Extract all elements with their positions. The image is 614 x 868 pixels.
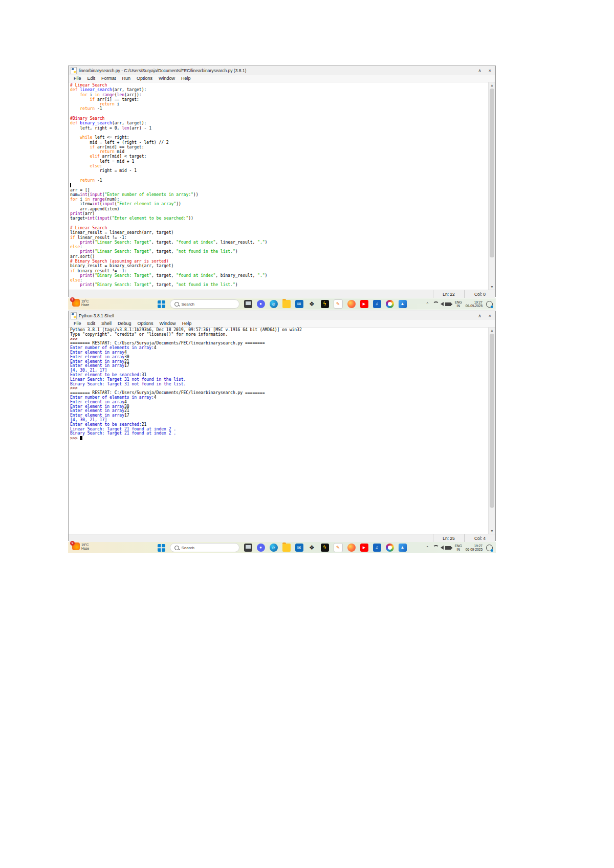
code-token: 17 <box>124 413 129 418</box>
notification-bell-icon[interactable] <box>486 545 493 551</box>
text-line: # Linear Search <box>70 83 488 88</box>
shell-scroll-thumb[interactable] <box>490 334 494 508</box>
weather-widget[interactable]: 9 19°C Haze <box>72 299 89 307</box>
text-line: #Binary Search <box>70 116 488 121</box>
python-file-icon <box>71 67 77 74</box>
shell-content[interactable]: Python 3.8.1 (tags/v3.8.1:1b293b6, Dec 1… <box>69 328 495 534</box>
scroll-up-icon[interactable]: ▲ <box>489 82 495 88</box>
code-token: Enter element in array <box>70 355 124 359</box>
scroll-down-icon[interactable]: ▼ <box>489 284 495 290</box>
tray-chevron-up-icon[interactable]: ⌃ <box>426 302 429 307</box>
editor-menu-item[interactable]: Options <box>134 76 156 81</box>
editor-menu-item[interactable]: Window <box>156 76 178 81</box>
editor-menu-item[interactable]: Edit <box>84 76 99 81</box>
maximize-icon[interactable]: ∧ <box>478 313 481 318</box>
scroll-down-icon[interactable]: ▼ <box>489 528 495 534</box>
power-app-icon[interactable]: ϟ <box>321 544 329 552</box>
taskbar-search-input[interactable]: Search <box>170 299 239 309</box>
language-indicator[interactable]: ENG IN <box>455 300 462 308</box>
shell-menu-item[interactable]: Debug <box>115 321 135 326</box>
start-button-icon[interactable] <box>158 544 165 552</box>
text-line: arr = [] <box>70 188 488 192</box>
tray-status-icons[interactable] <box>433 301 451 307</box>
volume-icon <box>441 546 444 550</box>
chat-app-icon[interactable]: ● <box>257 544 265 552</box>
code-token: for <box>70 197 77 202</box>
youtube-icon[interactable]: ▶ <box>360 544 368 552</box>
editor-content[interactable]: # Linear Searchdef linear_search(arr, ta… <box>69 82 495 290</box>
text-cursor <box>80 436 82 440</box>
scroll-up-icon[interactable]: ▲ <box>489 328 495 333</box>
paint-icon[interactable] <box>386 544 394 552</box>
taskbar-search-input[interactable]: Search <box>170 543 239 552</box>
shell-menu-item[interactable]: Options <box>135 321 157 326</box>
firefox-icon[interactable] <box>347 300 356 308</box>
code-token: print <box>80 283 92 287</box>
tray-date: 06-09-2025 <box>466 304 483 308</box>
editor-titlebar[interactable]: linearbinarysearch.py - C:/Users/Suryaja… <box>69 66 495 75</box>
shell-scrollbar[interactable]: ▲ ▼ <box>488 328 495 534</box>
file-explorer-icon[interactable] <box>282 544 291 552</box>
start-button-icon[interactable] <box>158 300 165 308</box>
photos-icon[interactable]: ▲ <box>399 300 407 308</box>
text-line: # Binary Search (assuming arr is sorted) <box>70 259 488 264</box>
close-icon[interactable]: × <box>489 313 491 318</box>
code-token: >>> <box>70 386 80 390</box>
code-token: "Enter number of elements in array:" <box>104 192 193 197</box>
code-token: arr[mid] == target: <box>95 145 144 149</box>
shell-menu-item[interactable]: Help <box>179 321 195 326</box>
language-indicator[interactable]: ENG IN <box>455 544 462 551</box>
text-line <box>70 183 488 187</box>
edge-browser-icon[interactable]: e <box>270 544 278 552</box>
dropbox-icon[interactable]: ❖ <box>308 300 316 308</box>
weather-icon: 9 <box>72 542 80 550</box>
notes-icon[interactable]: ✎ <box>334 299 343 309</box>
editor-menu-item[interactable]: Run <box>119 76 134 81</box>
youtube-icon[interactable]: ▶ <box>360 300 368 308</box>
notes-icon[interactable]: ✎ <box>334 543 343 552</box>
laptop-icon[interactable] <box>244 300 252 308</box>
editor-scroll-thumb[interactable] <box>490 89 494 257</box>
power-app-icon[interactable]: ϟ <box>321 300 329 308</box>
text-line: target=int(input("Enter element to be se… <box>70 216 488 221</box>
editor-menu-item[interactable]: Help <box>178 76 194 81</box>
code-token: left = mid + 1 <box>70 159 134 164</box>
outlook-mail-icon[interactable]: ✉ <box>295 300 303 308</box>
shell-menu-item[interactable]: Edit <box>84 321 99 326</box>
outlook-mail-icon[interactable]: ✉ <box>295 544 303 552</box>
shell-titlebar[interactable]: Python 3.8.1 Shell ∧ × <box>69 311 495 320</box>
weather-widget[interactable]: 9 19°C Haze <box>72 542 89 550</box>
maximize-icon[interactable]: ∧ <box>478 68 481 73</box>
text-line: item=int(input("Enter element in array")… <box>70 202 488 206</box>
close-icon[interactable]: × <box>489 68 491 73</box>
laptop-icon[interactable] <box>244 544 252 552</box>
code-token: arr[i] == target: <box>95 97 139 102</box>
weather-desc: Haze <box>81 303 89 307</box>
firefox-icon[interactable] <box>347 544 356 552</box>
media-player-icon[interactable]: ♫ <box>373 300 381 308</box>
shell-menu-item[interactable]: Shell <box>98 321 115 326</box>
file-explorer-icon[interactable] <box>282 300 291 308</box>
paint-icon[interactable] <box>386 300 394 308</box>
editor-code-area[interactable]: # Linear Searchdef linear_search(arr, ta… <box>70 83 488 290</box>
editor-menu-item[interactable]: Format <box>98 76 119 81</box>
text-line: else: <box>70 164 488 168</box>
clock-widget[interactable]: 19:27 06-09-2025 <box>466 544 483 552</box>
editor-menu-item[interactable]: File <box>71 76 84 81</box>
chat-app-icon[interactable]: ● <box>257 300 265 308</box>
tray-chevron-up-icon[interactable]: ⌃ <box>426 546 429 550</box>
shell-menu-item[interactable]: File <box>71 321 84 326</box>
media-player-icon[interactable]: ♫ <box>373 544 381 552</box>
photos-icon[interactable]: ▲ <box>399 544 407 552</box>
shell-menu-item[interactable]: Window <box>157 321 179 326</box>
tray-time: 19:27 <box>474 544 483 548</box>
notification-bell-icon[interactable] <box>486 301 493 308</box>
editor-scrollbar[interactable]: ▲ ▼ <box>488 82 495 290</box>
tray-status-icons[interactable] <box>433 545 451 550</box>
clock-widget[interactable]: 19:27 06-09-2025 <box>466 300 483 308</box>
code-token: input <box>90 192 102 197</box>
shell-output-area[interactable]: Python 3.8.1 (tags/v3.8.1:1b293b6, Dec 1… <box>70 328 488 534</box>
edge-browser-icon[interactable]: e <box>270 300 278 308</box>
text-line: linear_result = linear_search(arr, targe… <box>70 230 488 235</box>
dropbox-icon[interactable]: ❖ <box>308 544 316 552</box>
